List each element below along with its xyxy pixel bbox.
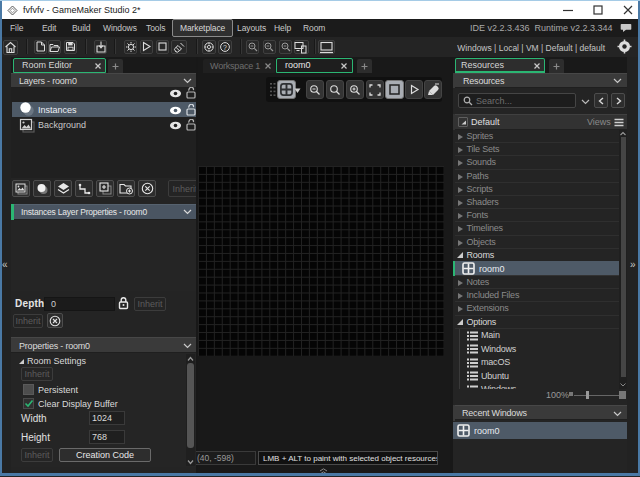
svg-text:?: ? [223, 43, 227, 50]
